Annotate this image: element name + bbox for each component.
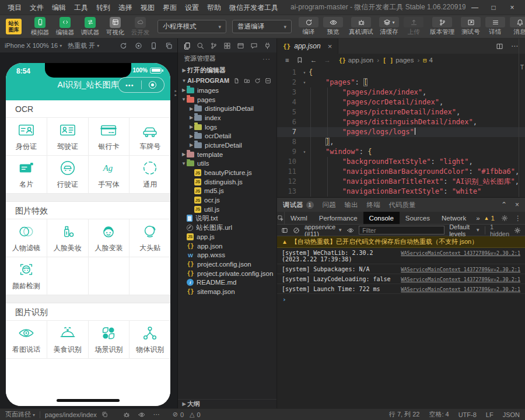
tree-item[interactable]: iREADME.md — [178, 278, 276, 287]
menu-item[interactable]: 文件 — [26, 0, 48, 15]
toolbar-action-branch[interactable]: 版本管理 — [426, 17, 459, 36]
menu-item[interactable]: 工具 — [70, 0, 92, 15]
toolbar-action-bell[interactable]: 消息 — [508, 17, 525, 36]
sidebar-toggle-icon[interactable] — [281, 227, 288, 234]
sim-rotate-device-icon[interactable] — [150, 42, 158, 50]
debugger-tab-终端[interactable]: 终端 — [367, 201, 380, 209]
toolbar-action-refresh[interactable]: 编译 — [296, 17, 321, 36]
menu-item[interactable]: 选择 — [114, 0, 136, 15]
page-path-select[interactable]: 页面路径▾ — [5, 410, 35, 419]
problems-indicator[interactable]: ⊘0 △0 — [173, 411, 201, 418]
log-levels-select[interactable]: Default levels ▼ — [449, 223, 480, 237]
tree-item[interactable]: ▶index — [178, 113, 276, 123]
gear-icon[interactable] — [501, 215, 508, 222]
code-line-6[interactable]: 6 "pages/distinguishDetail/index", — [277, 117, 525, 127]
project-root-row[interactable]: ▼ AI-PROGRAM — [178, 75, 276, 86]
minimize-button[interactable]: — — [466, 0, 484, 15]
tree-item[interactable]: ▶distinguishDetail — [178, 104, 276, 113]
tree-item[interactable]: JSdistinguish.js — [178, 177, 276, 187]
feature-makeup[interactable]: 人脸美妆 — [47, 219, 88, 257]
code-line-3[interactable]: 3 "pages/index/index", — [277, 88, 525, 97]
extensions-icon[interactable] — [223, 42, 231, 50]
status-segment[interactable]: 空格: 4 — [429, 410, 449, 419]
menu-item[interactable]: 编辑 — [48, 0, 70, 15]
close-panel-icon[interactable]: × — [515, 201, 519, 209]
split-editor-icon[interactable] — [496, 43, 503, 50]
editor-more-icon[interactable]: ⋯ — [511, 42, 518, 50]
hot-reload-toggle[interactable]: 热重载 开 — [68, 41, 95, 50]
breadcrumb-item[interactable]: {}app.json — [339, 57, 374, 64]
status-segment[interactable]: 行 7, 列 22 — [389, 410, 420, 419]
toolbar-button-swap[interactable]: 调试器 — [78, 17, 103, 37]
nav-back-icon[interactable]: ← — [310, 57, 317, 64]
console-message[interactable]: [system] Launch Time: 722 msWAServiceMai… — [277, 284, 525, 294]
chat-icon[interactable] — [250, 42, 258, 50]
tree-item[interactable]: ▶template — [178, 150, 276, 159]
console-message[interactable]: [system] WeChatLib: 2.30.2 (2023.2.22 17… — [277, 248, 525, 264]
panel-resize-handle[interactable]: ▸▸ — [174, 89, 177, 97]
window-icon[interactable] — [237, 42, 244, 50]
toolbar-button-layout[interactable]: 可视化 — [103, 17, 128, 37]
refresh-explorer-icon[interactable] — [254, 78, 261, 84]
nav-forward-icon[interactable]: → — [324, 57, 331, 64]
new-folder-icon[interactable] — [244, 78, 250, 84]
tree-item[interactable]: JSocr.js — [178, 195, 276, 205]
console-prompt[interactable]: › — [277, 294, 525, 305]
code-editor[interactable]: 1▾{2▾ "pages": [3 "pages/index/index",4 … — [277, 66, 525, 197]
sim-restart-icon[interactable] — [120, 42, 127, 50]
feature-idcard[interactable]: 身份证 — [6, 118, 47, 155]
debugger-tab-输出[interactable]: 输出 — [345, 201, 358, 209]
console-filter-input[interactable] — [359, 226, 444, 235]
clear-console-icon[interactable] — [293, 227, 300, 234]
sim-record-icon[interactable] — [135, 42, 142, 50]
debugger-tab-问题[interactable]: 问题 — [323, 201, 336, 209]
debugger-tab-调试器[interactable]: 调试器1 — [283, 201, 314, 209]
eye-icon[interactable] — [138, 411, 145, 418]
source-link[interactable]: WAServiceMainContext_14372789&v=2.30.2:1 — [401, 276, 520, 282]
code-line-2[interactable]: 2▾ "pages": [ — [277, 78, 525, 88]
files-icon[interactable] — [183, 42, 191, 50]
devtools-tab-console[interactable]: Console — [363, 212, 400, 224]
more-actions-icon[interactable]: ··· — [262, 55, 271, 62]
status-segment[interactable]: UTF-8 — [459, 411, 477, 418]
maximize-button[interactable]: □ — [484, 0, 503, 15]
code-line-10[interactable]: 10 "backgroundTextStyle": "light", — [277, 157, 525, 167]
tree-item[interactable]: 站长图库.url — [178, 223, 276, 232]
feature-looksay[interactable]: 看图说话 — [6, 321, 47, 358]
menu-item[interactable]: 界面 — [159, 0, 181, 15]
toolbar-action-layers[interactable]: ▾清缓存 — [377, 17, 401, 36]
tree-item[interactable]: JSmd5.js — [178, 187, 276, 196]
feature-object[interactable]: 物体识别 — [130, 321, 170, 358]
console-settings-icon[interactable] — [514, 227, 521, 234]
feature-handwriting[interactable]: Ag手写体 — [89, 156, 130, 193]
tree-item[interactable]: {}project.config.json — [178, 260, 276, 269]
feature-vehicle[interactable]: 行驶证 — [47, 156, 88, 193]
toolbar-action-bug[interactable]: 真机调试 — [345, 17, 377, 36]
more-tabs-icon[interactable]: » — [472, 212, 484, 224]
more-icon[interactable]: ⋯ — [153, 411, 160, 418]
toolbar-action-list[interactable]: 详情 — [483, 17, 508, 36]
code-line-12[interactable]: 12 "navigationBarTitleText": "AI识别_站长图库"… — [277, 177, 525, 187]
copy-path-icon[interactable] — [102, 411, 108, 418]
status-segment[interactable]: JSON — [503, 411, 520, 418]
tree-item[interactable]: JSbeautyPicture.js — [178, 168, 276, 177]
source-link[interactable]: WAServiceMainContext_14372789&v=2.30.2:1 — [401, 266, 520, 272]
breadcrumb-item[interactable]: [ ]pages — [383, 57, 414, 64]
menu-icon[interactable]: ≡ — [285, 57, 289, 64]
feature-plate[interactable]: 车牌号 — [130, 118, 170, 155]
tree-item[interactable]: ▶ocrDetail — [178, 131, 276, 141]
tree-item[interactable]: ▶images — [178, 86, 276, 95]
outline-section[interactable]: ▶ 大纲 — [178, 399, 276, 408]
debug-icon[interactable] — [123, 411, 130, 418]
sim-multi-window-icon[interactable] — [165, 42, 173, 50]
menu-item[interactable]: 视图 — [136, 0, 159, 15]
code-line-7[interactable]: 7 "pages/logs/logs" — [277, 127, 525, 137]
tree-item[interactable]: JSutil.js — [178, 205, 276, 214]
compile-select[interactable]: 普通编译 ▾ — [232, 20, 292, 33]
debugger-tab-代码质量[interactable]: 代码质量 — [389, 201, 416, 209]
mode-select[interactable]: 小程序模式 ▾ — [158, 20, 226, 33]
feature-bighead[interactable]: 大头贴 — [130, 219, 170, 257]
eye-icon[interactable] — [347, 227, 354, 234]
code-line-8[interactable]: 8 ], — [277, 137, 525, 147]
warning-count[interactable]: ▲1 — [484, 215, 495, 222]
